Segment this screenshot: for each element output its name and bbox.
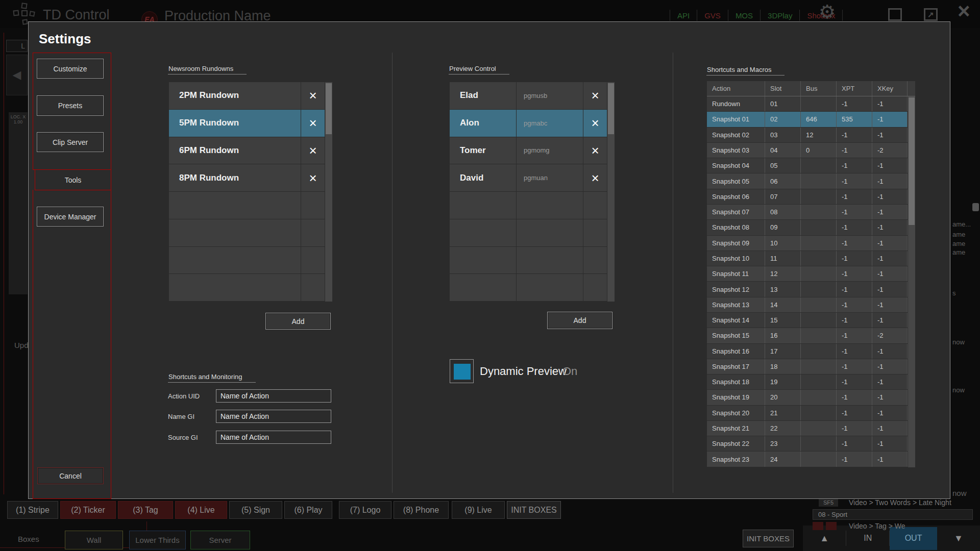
macros-cell-action: Snapshot 02 (707, 128, 765, 142)
macros-cell-bus (801, 328, 837, 343)
out-button[interactable]: OUT (890, 527, 937, 550)
gear-icon[interactable]: ⚙ (819, 1, 836, 23)
list-item[interactable]: 5PM Rundown× (169, 110, 325, 137)
macros-scroll-thumb[interactable] (909, 97, 915, 225)
delete-x-icon[interactable]: × (301, 82, 325, 109)
list-item-name: Elad (450, 82, 516, 109)
right-panel-scroll-thumb[interactable] (972, 203, 979, 211)
delete-x-icon[interactable]: × (583, 164, 607, 191)
macros-column-header[interactable]: Slot (765, 81, 801, 96)
macros-table-row[interactable]: Snapshot 0607-1-1 (707, 189, 908, 205)
sidebar-item-presets[interactable]: Presets (37, 95, 104, 116)
newsroom-scroll-thumb[interactable] (326, 83, 332, 134)
bottom-button-3[interactable]: (3) Tag (118, 501, 173, 519)
sidebar-item-tools[interactable]: Tools (35, 169, 111, 190)
init-boxes-button[interactable]: INIT BOXES (743, 530, 794, 547)
dynamic-preview-checkbox[interactable] (450, 359, 474, 383)
newsroom-add-button[interactable]: Add (265, 313, 331, 330)
cancel-button[interactable]: Cancel (37, 467, 104, 484)
row2-tab-lower-thirds[interactable]: Lower Thirds (129, 531, 186, 549)
bottom-button-6[interactable]: (6) Play (284, 501, 332, 519)
in-button[interactable]: IN (846, 534, 889, 543)
list-item-name: 6PM Rundown (169, 137, 301, 164)
bottom-button-2[interactable]: (2) Ticker (60, 501, 116, 519)
list-item[interactable]: Davidpgmuan× (450, 164, 607, 192)
back-arrow-panel[interactable]: ◀ (6, 55, 28, 95)
macros-table-row[interactable]: Snapshot 1617-1-1 (707, 344, 908, 359)
macros-table-row[interactable]: Snapshot 0910-1-1 (707, 236, 908, 251)
list-item[interactable]: 2PM Rundown× (169, 82, 325, 110)
delete-x-icon[interactable]: × (301, 110, 325, 137)
left-fragment-box: L (6, 40, 28, 52)
macros-scrollbar[interactable] (908, 96, 915, 467)
macros-column-header[interactable]: Action (707, 81, 765, 96)
macros-column-header[interactable]: XPT (837, 81, 872, 96)
bottom-button-8[interactable]: (8) Phone (394, 501, 449, 519)
sidebar-item-customize[interactable]: Customize (37, 59, 104, 79)
list-item[interactable]: Eladpgmusb× (450, 82, 607, 110)
bottom-button-5[interactable]: (5) Sign (229, 501, 282, 519)
macros-table-row[interactable]: Snapshot 0405-1-1 (707, 158, 908, 173)
preview-scroll-thumb[interactable] (608, 83, 614, 134)
bottom-button-10[interactable]: INIT BOXES (507, 501, 561, 519)
macros-cell-slot: 16 (765, 328, 801, 343)
field-input-source-gi[interactable] (216, 431, 331, 444)
field-input-action-uid[interactable] (216, 389, 331, 403)
macros-table-row[interactable]: Snapshot 0102646535-1 (707, 112, 908, 127)
macros-cell-xpt: -1 (837, 236, 872, 251)
sport-row[interactable]: 08 - Sport (813, 509, 973, 520)
bottom-button-4[interactable]: (4) Live (175, 501, 227, 519)
move-up-button[interactable]: ▲ (803, 533, 846, 544)
macros-table-row[interactable]: Snapshot 1112-1-1 (707, 266, 908, 282)
macros-table-row[interactable]: Snapshot 1213-1-1 (707, 282, 908, 297)
list-item[interactable]: 8PM Rundown× (169, 164, 325, 192)
macros-table-row[interactable]: Snapshot 2021-1-1 (707, 406, 908, 421)
right-edge-fragment: now (952, 338, 965, 346)
macros-table-row[interactable]: Snapshot 1516-1-2 (707, 328, 908, 343)
delete-x-icon (583, 247, 607, 274)
preview-scrollbar[interactable] (607, 82, 615, 302)
macros-table-row[interactable]: Snapshot 1718-1-1 (707, 359, 908, 374)
macros-table-row[interactable]: Snapshot 2324-1-1 (707, 452, 908, 467)
macros-table-row[interactable]: Snapshot 1011-1-1 (707, 251, 908, 266)
macros-table-row[interactable]: Snapshot 020312-1-1 (707, 128, 908, 143)
delete-x-icon[interactable]: × (301, 137, 325, 164)
macros-table-row[interactable]: Snapshot 03040-1-2 (707, 143, 908, 158)
macros-table-row[interactable]: Snapshot 1920-1-1 (707, 390, 908, 405)
list-item[interactable]: Tomerpgmomg× (450, 137, 607, 165)
macros-column-header[interactable]: Bus (801, 81, 837, 96)
list-item[interactable]: 6PM Rundown× (169, 137, 325, 165)
macros-table-row[interactable]: Snapshot 2223-1-1 (707, 436, 908, 452)
sidebar-item-device-manager[interactable]: Device Manager (37, 207, 104, 227)
bottom-button-9[interactable]: (9) Live (452, 501, 505, 519)
delete-x-icon[interactable]: × (583, 137, 607, 164)
bottom-button-7[interactable]: (7) Logo (339, 501, 391, 519)
sidebar-item-clip-server[interactable]: Clip Server (37, 132, 104, 152)
row2-tab-server[interactable]: Server (190, 531, 250, 549)
loc-value: 1.00 (9, 119, 28, 124)
delete-x-icon[interactable]: × (583, 110, 607, 137)
delete-x-icon[interactable]: × (301, 164, 325, 191)
restore-icon[interactable] (888, 8, 902, 21)
macros-table-row[interactable]: Snapshot 0506-1-1 (707, 173, 908, 189)
macros-table-row[interactable]: Snapshot 1819-1-1 (707, 374, 908, 390)
move-down-button[interactable]: ▼ (937, 533, 980, 544)
dynamic-preview-checkbox-fill (454, 364, 471, 380)
expand-icon[interactable]: ↗ (924, 8, 938, 21)
macros-column-header[interactable]: XKey (872, 81, 908, 96)
list-item[interactable]: Alonpgmabc× (450, 110, 607, 137)
list-item-name: Alon (450, 110, 516, 137)
macros-table-row[interactable]: Snapshot 1314-1-1 (707, 297, 908, 313)
field-input-name-gi[interactable] (216, 410, 331, 423)
macros-table-row[interactable]: Snapshot 0708-1-1 (707, 205, 908, 220)
bottom-button-1[interactable]: (1) Stripe (7, 501, 58, 519)
preview-add-button[interactable]: Add (547, 312, 612, 329)
macros-table-row[interactable]: Snapshot 2122-1-1 (707, 421, 908, 436)
row2-tab-wall[interactable]: Wall (65, 531, 123, 549)
macros-table-row[interactable]: Snapshot 0809-1-1 (707, 220, 908, 235)
newsroom-scrollbar[interactable] (325, 82, 332, 302)
macros-table-row[interactable]: Snapshot 1415-1-1 (707, 313, 908, 328)
delete-x-icon[interactable]: × (583, 82, 607, 109)
close-icon[interactable]: × (958, 0, 970, 23)
macros-table-row[interactable]: Rundown01-1-1 (707, 96, 908, 112)
